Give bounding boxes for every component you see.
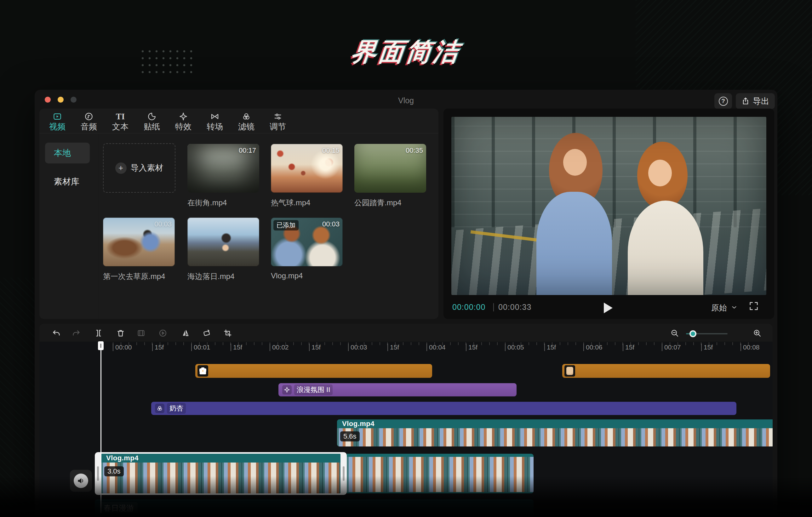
rotate-button[interactable] xyxy=(200,326,213,340)
media-item-balloon[interactable]: 00:15 xyxy=(271,144,343,193)
fullscreen-icon[interactable] xyxy=(748,301,759,311)
effects-icon xyxy=(179,112,188,121)
effect-clip-label: 浪漫氛围 II xyxy=(294,385,332,395)
import-media-button[interactable]: + 导入素材 xyxy=(103,143,175,193)
crop-button[interactable] xyxy=(221,326,235,340)
added-badge: 已添加 xyxy=(273,220,298,231)
media-item-vlog[interactable]: 已添加 00:03 xyxy=(271,218,343,266)
filter-clip-label: 奶杏 xyxy=(167,403,186,414)
tab-adjust[interactable]: 调节 xyxy=(263,111,293,132)
share-icon xyxy=(742,97,750,105)
zoom-slider-thumb[interactable] xyxy=(690,330,696,337)
help-button[interactable]: ? xyxy=(714,93,732,109)
tab-label: 视频 xyxy=(49,121,65,132)
ruler-label: 15f xyxy=(387,343,399,351)
duration-badge: 00:17 xyxy=(239,146,256,155)
text-icon: TI xyxy=(116,112,125,121)
tab-effects[interactable]: 特效 xyxy=(169,111,198,132)
media-item-beach[interactable] xyxy=(187,218,259,266)
tab-audio[interactable]: 音频 xyxy=(74,111,104,132)
ruler-label: 00:03 xyxy=(348,343,367,351)
filter-clip[interactable]: 奶杏 xyxy=(151,402,736,415)
media-item-park[interactable]: 00:35 xyxy=(354,144,426,193)
app-window: Vlog ? 导出 视频 xyxy=(35,90,777,517)
clip-duration: 3.0s xyxy=(104,466,124,476)
delete-button[interactable] xyxy=(114,326,127,340)
total-time: 00:00:33 xyxy=(498,303,531,312)
playhead-handle[interactable] xyxy=(98,341,104,350)
ruler-label: 00:00 xyxy=(113,343,132,351)
media-panel: 视频 音频 TI 文本 贴纸 xyxy=(39,109,438,319)
play-button[interactable] xyxy=(600,300,616,316)
timeline-ruler[interactable]: 00:00 15f 00:01 15f 00:02 15f 00:03 15f … xyxy=(39,342,773,355)
media-item-name: 在街角.mp4 xyxy=(187,198,269,208)
reverse-button[interactable] xyxy=(156,326,170,340)
ruler-label: 00:07 xyxy=(662,343,681,351)
ruler-label: 15f xyxy=(701,343,713,351)
audio-icon xyxy=(84,112,93,121)
mirror-button[interactable] xyxy=(179,326,193,340)
ruler-label: 00:06 xyxy=(583,343,603,351)
tab-label: 音频 xyxy=(81,121,97,132)
ruler-label: 15f xyxy=(544,343,556,351)
ruler-label: 00:05 xyxy=(505,343,524,351)
export-label: 导出 xyxy=(753,96,769,107)
tab-label: 特效 xyxy=(175,121,192,132)
sticker-clip-2[interactable] xyxy=(562,364,770,378)
duration-badge: 00:03 xyxy=(154,220,172,228)
tab-sticker[interactable]: 贴纸 xyxy=(137,111,167,132)
sidebar-divider xyxy=(98,134,99,319)
duration-badge: 00:35 xyxy=(406,146,423,155)
media-item-name: 海边落日.mp4 xyxy=(187,271,269,281)
tab-filter[interactable]: 滤镜 xyxy=(232,111,261,132)
undo-button[interactable] xyxy=(50,326,63,340)
media-item-grassland[interactable]: 00:03 xyxy=(103,218,175,266)
effect-clip[interactable]: 浪漫氛围 II xyxy=(279,383,517,396)
sticker-icon xyxy=(198,365,208,376)
import-label: 导入素材 xyxy=(131,162,164,174)
video-icon xyxy=(53,112,62,121)
tab-transition[interactable]: 转场 xyxy=(200,111,230,132)
help-icon: ? xyxy=(719,97,728,106)
sidebar-item-local[interactable]: 本地 xyxy=(45,143,90,163)
preview-panel: 00:00:00 00:00:33 原始 xyxy=(443,109,774,319)
zoom-in-icon[interactable] xyxy=(750,326,764,340)
preview-controls: 00:00:00 00:00:33 原始 xyxy=(443,297,774,319)
media-item-name: 第一次去草原.mp4 xyxy=(103,271,185,281)
tab-label: 转场 xyxy=(207,121,223,132)
media-item-street[interactable]: 00:17 xyxy=(187,144,259,193)
tab-label: 文本 xyxy=(112,121,128,132)
duration-badge: 00:15 xyxy=(322,146,340,155)
preview-video[interactable] xyxy=(452,117,766,295)
sticker-clip-1[interactable] xyxy=(195,364,432,378)
export-button[interactable]: 导出 xyxy=(736,93,775,109)
clip-name: Vlog.mp4 xyxy=(337,419,773,428)
plus-icon: + xyxy=(115,162,126,174)
ruler-label: 00:01 xyxy=(191,343,210,351)
adjust-icon xyxy=(273,112,283,121)
ruler-label: 15f xyxy=(623,343,634,351)
media-item-name: Vlog.mp4 xyxy=(271,271,353,280)
ruler-label: 15f xyxy=(231,343,242,351)
pip-video-clip[interactable]: Vlog.mp4 5.6s xyxy=(337,419,773,447)
sticker-icon xyxy=(564,365,575,376)
sidebar-item-library[interactable]: 素材库 xyxy=(45,175,92,188)
redo-button[interactable] xyxy=(69,326,83,340)
tab-video[interactable]: 视频 xyxy=(42,111,72,132)
bottom-fade xyxy=(0,476,812,517)
freeze-frame-button[interactable] xyxy=(134,326,148,340)
screen: 界面简洁 Vlog ? 导出 视频 xyxy=(0,0,812,517)
zoom-out-icon[interactable] xyxy=(668,326,682,340)
tab-text[interactable]: TI 文本 xyxy=(106,111,135,132)
split-button[interactable] xyxy=(92,326,106,340)
window-title: Vlog xyxy=(35,96,777,105)
ruler-label: 15f xyxy=(309,343,321,351)
ruler-label: 15f xyxy=(152,343,164,351)
filter-icon xyxy=(155,404,165,413)
quality-selector[interactable]: 原始 xyxy=(711,303,727,313)
duration-badge: 00:03 xyxy=(322,220,340,228)
chevron-down-icon[interactable] xyxy=(731,304,738,311)
page-title: 界面简洁 xyxy=(0,35,812,69)
sticker-icon xyxy=(147,112,156,121)
transition-icon xyxy=(210,112,220,121)
